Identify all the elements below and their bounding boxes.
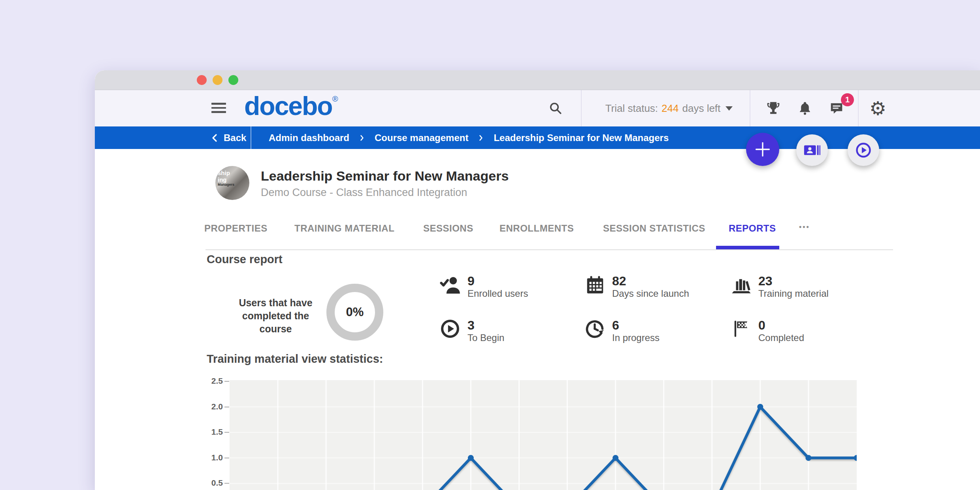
thumbnail-text: Managers <box>218 183 249 187</box>
thumbnail-text: ship <box>218 170 249 177</box>
chevron-down-icon <box>726 106 733 111</box>
y-axis-tick <box>224 483 229 484</box>
play-circle-icon <box>440 318 462 341</box>
chart-plot-area <box>230 380 857 490</box>
window-titlebar <box>95 70 980 90</box>
trial-status-dropdown[interactable]: Trial status: 244 days left <box>597 90 741 126</box>
stat-days-since-launch: 82Days since launch <box>584 274 689 300</box>
y-axis-tick-label: 1.5 <box>205 427 223 437</box>
calendar-icon <box>584 274 607 296</box>
trial-days-left: 244 <box>662 102 678 115</box>
tab-reports[interactable]: REPORTS <box>729 223 776 234</box>
y-axis-tick-label: 0.5 <box>205 478 223 488</box>
course-subtitle: Demo Course - Class Enhanced Integration <box>261 187 467 199</box>
y-axis-tick-label: 1.0 <box>205 453 223 462</box>
course-title: Leadership Seminar for New Managers <box>261 168 509 184</box>
breadcrumb-course-management[interactable]: Course management <box>375 132 468 143</box>
plus-icon <box>754 141 771 158</box>
y-axis-tick <box>224 458 229 458</box>
settings-gear-icon[interactable]: ⚙ <box>869 90 886 126</box>
enrollments-quick-button[interactable] <box>796 134 828 166</box>
app-window: docebo® Trial status: 244 days left <box>95 70 980 490</box>
breadcrumb-divider <box>251 126 251 149</box>
course-report-heading: Course report <box>207 253 283 266</box>
header-divider <box>581 90 582 126</box>
view-statistics-heading: Training material view statistics: <box>207 352 383 366</box>
docebo-logo: docebo® <box>244 91 338 121</box>
chevron-right-icon <box>358 134 366 142</box>
trial-status-label: Trial status: <box>605 102 658 115</box>
back-label: Back <box>224 132 246 143</box>
trial-status-suffix: days left <box>682 102 720 115</box>
registered-mark: ® <box>332 94 338 103</box>
back-button[interactable]: Back <box>210 126 246 149</box>
breadcrumb: Admin dashboard Course management Leader… <box>269 126 669 149</box>
y-axis-tick-label: 2.5 <box>205 376 223 386</box>
contact-card-icon <box>804 142 820 158</box>
thumbnail-text: ing <box>218 177 249 183</box>
tab-enrollments[interactable]: ENROLLMENTS <box>499 223 574 234</box>
preview-course-button[interactable] <box>848 134 879 166</box>
hamburger-menu-icon[interactable] <box>211 103 226 113</box>
completion-percentage: 0% <box>346 305 364 319</box>
view-stats-chart: 2.52.01.51.00.5 <box>205 380 975 490</box>
stat-in-progress: 6In progress <box>584 318 660 344</box>
header-divider <box>750 90 750 126</box>
flag-icon <box>731 318 753 341</box>
books-icon <box>731 274 753 296</box>
search-icon[interactable] <box>548 90 563 126</box>
add-button[interactable] <box>746 133 779 166</box>
active-tab-indicator <box>716 246 779 249</box>
chevron-right-icon <box>477 134 485 142</box>
y-axis-tick <box>224 381 229 382</box>
breadcrumb-admin-dashboard[interactable]: Admin dashboard <box>269 132 349 143</box>
play-circle-icon <box>855 141 872 159</box>
tabs-divider <box>205 249 893 250</box>
stat-completed: 0Completed <box>731 318 804 344</box>
stat-training-material: 23Training material <box>731 274 829 300</box>
donut-label: Users that have completed the course <box>233 296 318 335</box>
unread-messages-badge: 1 <box>841 93 854 106</box>
user-check-icon <box>440 274 462 296</box>
tab-training-material[interactable]: TRAINING MATERIAL <box>294 223 394 234</box>
stat-to-begin: 3To Begin <box>440 318 504 344</box>
y-axis-tick-label: 2.0 <box>205 402 223 411</box>
completion-donut: 0% <box>326 284 383 341</box>
tab-session-statistics[interactable]: SESSION STATISTICS <box>603 223 705 234</box>
tab-properties[interactable]: PROPERTIES <box>204 223 268 234</box>
stat-enrolled-users: 9Enrolled users <box>440 274 528 300</box>
minimize-window-button[interactable] <box>213 75 222 85</box>
chevron-left-icon <box>210 133 220 143</box>
gamification-trophy-icon[interactable] <box>766 90 781 126</box>
tab-more[interactable]: ••• <box>799 223 810 231</box>
y-axis-tick <box>224 432 229 433</box>
zoom-window-button[interactable] <box>228 75 238 85</box>
course-thumbnail: ship ing Managers <box>215 166 249 200</box>
tab-sessions[interactable]: SESSIONS <box>423 223 473 234</box>
header-divider <box>858 90 859 126</box>
close-window-button[interactable] <box>197 75 207 85</box>
notifications-bell-icon[interactable] <box>797 90 812 126</box>
y-axis-tick <box>224 407 229 407</box>
clock-icon <box>584 318 607 341</box>
breadcrumb-current-page: Leadership Seminar for New Managers <box>494 132 669 143</box>
